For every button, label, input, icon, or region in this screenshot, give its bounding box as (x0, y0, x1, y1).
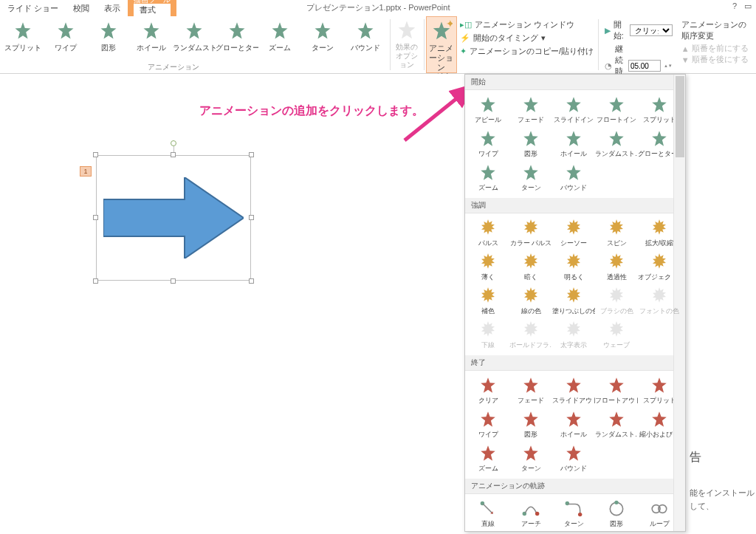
slide-canvas[interactable]: アニメーションの追加をクリックします。 1 告 能をインストールして、 開始アピ… (0, 74, 756, 532)
dropdown-item[interactable]: ワイプ (467, 127, 509, 161)
dropdown-section-header: 開始 (465, 75, 685, 90)
dropdown-item[interactable]: パルス (467, 216, 509, 250)
dropdown-item[interactable]: アーチ (509, 497, 552, 531)
duration-input[interactable] (628, 60, 661, 72)
dropdown-item[interactable]: フロートアウト (595, 374, 638, 408)
dropdown-item[interactable]: バウンド (552, 442, 595, 476)
start-play-icon: ▶ (605, 26, 611, 35)
gallery-item[interactable]: ホイール (130, 19, 173, 55)
dropdown-item[interactable]: スライドアウト (552, 374, 595, 408)
dropdown-item[interactable]: 薄く (467, 250, 509, 284)
dropdown-section-header: 終了 (465, 355, 685, 371)
gallery-item[interactable]: 図形 (87, 19, 130, 55)
dropdown-item: 下線 (467, 318, 509, 352)
dropdown-item[interactable]: 明るく (552, 250, 595, 284)
dropdown-item[interactable]: フロートイン (595, 93, 638, 127)
dropdown-item[interactable]: ワイプ (467, 408, 509, 442)
dropdown-item[interactable]: バウンド (552, 161, 595, 195)
dropdown-item: ボールドフラ… (509, 318, 552, 352)
side-panel-peek: 告 能をインストールして、 (690, 451, 756, 513)
dropdown-item[interactable]: 補色 (467, 284, 509, 318)
tab-format[interactable]: 書式 (134, 4, 171, 16)
dropdown-item[interactable]: 図形 (509, 408, 552, 442)
dropdown-item[interactable]: フェード (509, 374, 552, 408)
dropdown-item[interactable]: フェード (509, 93, 552, 127)
gallery-item[interactable]: ランダムスト… (173, 19, 216, 55)
selected-shape[interactable]: 1 (96, 155, 251, 281)
title-bar: ライド ショー 校閲 表示 描画ツール 書式 プレゼンテーション1.pptx -… (0, 0, 756, 16)
pane-icon: ▸◫ (460, 20, 472, 30)
gallery-item[interactable]: ターン (301, 19, 344, 55)
resize-handle[interactable] (249, 278, 254, 284)
dropdown-item[interactable]: カラー パルス (509, 216, 552, 250)
dropdown-item[interactable]: ホイール (552, 408, 595, 442)
dropdown-item[interactable]: 暗く (509, 250, 552, 284)
trigger-button[interactable]: ⚡開始のタイミング ▾ (460, 32, 594, 44)
dropdown-item[interactable]: 直線 (467, 497, 509, 531)
dropdown-item[interactable]: ホイール (552, 127, 595, 161)
animation-painter-button[interactable]: ✦アニメーションのコピー/貼り付け (460, 46, 594, 57)
dropdown-item[interactable]: 図形 (595, 497, 638, 531)
dropdown-item[interactable]: ターン (509, 442, 552, 476)
annotation-text: アニメーションの追加をクリックします。 (199, 103, 424, 119)
dropdown-item[interactable]: スピン (595, 216, 638, 250)
painter-icon: ✦ (460, 47, 467, 56)
tab-view[interactable]: 表示 (97, 1, 128, 16)
timing-group: ▶開始:クリック時 ◔継続時間:▲▼ ◷遅延:▲▼ (600, 16, 677, 73)
dropdown-grid: パルスカラー パルスシーソースピン拡大/収縮薄く暗く明るく透過性オブジェクト …… (465, 213, 685, 355)
dropdown-item[interactable]: クリア (467, 374, 509, 408)
resize-handle[interactable] (249, 215, 254, 220)
rotate-handle[interactable] (171, 140, 176, 146)
effect-options-icon (396, 19, 418, 41)
dropdown-item: ウェーブ (595, 318, 638, 352)
resize-handle[interactable] (171, 152, 176, 157)
dropdown-item[interactable]: ズーム (467, 442, 509, 476)
ribbon-display-icon[interactable]: ▭ (744, 1, 752, 11)
dropdown-item[interactable]: ズーム (467, 161, 509, 195)
dropdown-item[interactable]: 図形 (509, 127, 552, 161)
add-animation-button[interactable]: ✦ アニメーション の追加 ▾ (426, 16, 457, 73)
move-later-button: ▼ 順番を後にする (681, 54, 752, 65)
resize-handle[interactable] (249, 152, 254, 157)
document-title: プレゼンテーション1.pptx - PowerPoint (306, 2, 450, 13)
help-icon[interactable]: ? (732, 1, 737, 11)
gallery-item[interactable]: ズーム (258, 19, 301, 55)
gallery-item[interactable]: ワイプ (44, 19, 87, 55)
tab-slideshow[interactable]: ライド ショー (0, 1, 66, 16)
tab-context-group: 描画ツール 書式 (128, 0, 176, 16)
animation-order-tag[interactable]: 1 (80, 166, 92, 177)
resize-handle[interactable] (171, 278, 176, 284)
effect-options-button: 効果の オプション (392, 16, 423, 73)
gallery-item[interactable]: バウンド (344, 19, 387, 55)
arrow-shape-icon (103, 177, 244, 259)
dropdown-item: ブラシの色 (595, 284, 638, 318)
dropdown-item[interactable]: ランダムスト… (595, 408, 638, 442)
dropdown-item[interactable]: スライドイン (552, 93, 595, 127)
window-controls: ? ▭ (732, 1, 752, 11)
dropdown-item[interactable]: ターン (509, 161, 552, 195)
dropdown-item[interactable]: ターン (552, 497, 595, 531)
svg-text:✦: ✦ (446, 20, 453, 30)
resize-handle[interactable] (93, 278, 98, 284)
dropdown-item: フォントの色 (638, 284, 681, 318)
start-select[interactable]: クリック時 (630, 24, 673, 36)
gallery-item[interactable]: スプリット (1, 19, 44, 55)
resize-handle[interactable] (93, 152, 98, 157)
dropdown-item[interactable]: ランダムスト… (595, 127, 638, 161)
dropdown-item[interactable]: シーソー (552, 216, 595, 250)
add-animation-dropdown[interactable]: 開始アピールフェードスライドインフロートインスプリットワイプ図形ホイールランダム… (464, 74, 686, 532)
ribbon-tabs: ライド ショー 校閲 表示 描画ツール 書式 (0, 0, 176, 16)
ribbon-group-label: アニメーション (148, 62, 199, 72)
trigger-icon: ⚡ (460, 33, 470, 43)
resize-handle[interactable] (93, 215, 98, 220)
gallery-item[interactable]: グローとターン (216, 19, 258, 55)
dropdown-item[interactable]: 透過性 (595, 250, 638, 284)
ribbon: スプリットワイプ図形ホイールランダムスト…グローとターンズームターンバウンド ア… (0, 16, 756, 74)
dropdown-item[interactable]: 線の色 (509, 284, 552, 318)
dropdown-item[interactable]: 塗りつぶしの色 (552, 284, 595, 318)
tab-review[interactable]: 校閲 (66, 1, 97, 16)
dropdown-section-header: 強調 (465, 198, 685, 213)
dropdown-item[interactable]: アピール (467, 93, 509, 127)
animation-pane-button[interactable]: ▸◫アニメーション ウィンドウ (460, 19, 594, 30)
dropdown-item: 太字表示 (552, 318, 595, 352)
